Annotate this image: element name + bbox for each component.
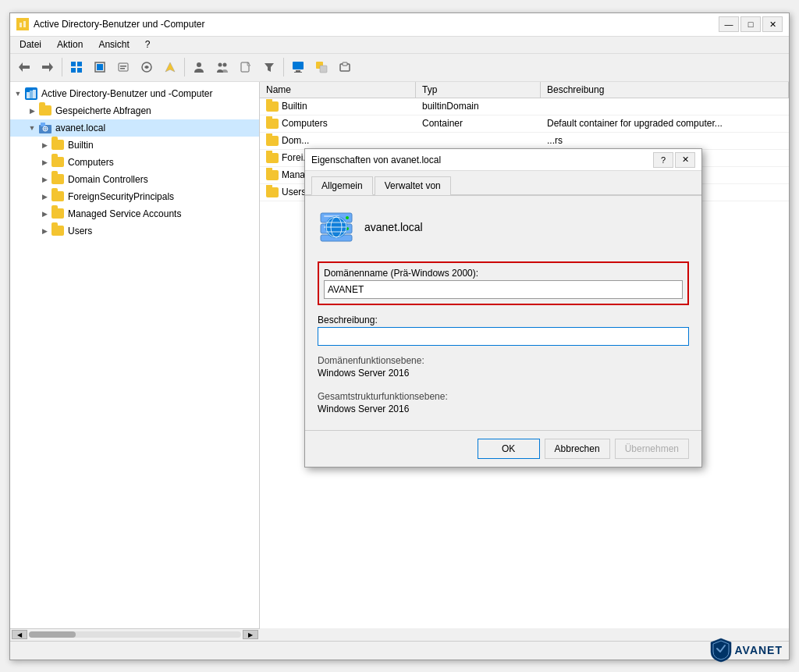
list-cell-type-1: Container [416, 116, 541, 130]
svg-point-40 [346, 216, 349, 219]
list-item[interactable]: Builtin builtinDomain [260, 98, 789, 116]
avanet-shield-icon [710, 638, 732, 663]
menu-ansicht[interactable]: Ansicht [92, 37, 135, 52]
forward-button[interactable] [37, 56, 59, 78]
svg-point-17 [223, 63, 227, 67]
toolbar-btn-4[interactable] [89, 56, 111, 78]
dialog-content: avanet.local Domänenname (Prä-Windows 20… [305, 195, 701, 430]
tree-item-dc[interactable]: ▶ Domain Controllers [10, 171, 259, 188]
apply-button[interactable]: Übernehmen [615, 439, 689, 459]
cancel-button[interactable]: Abbrechen [545, 439, 610, 459]
scroll-left-btn[interactable]: ◀ [12, 630, 27, 639]
tree-expand-gespeicherte[interactable]: ▶ [26, 107, 38, 115]
forest-func-level-group: Gesamtstrukturfunktionsebene: Windows Se… [318, 391, 689, 414]
svg-point-15 [197, 62, 201, 67]
tab-allgemein[interactable]: Allgemein [311, 176, 373, 195]
tree-root[interactable]: ▼ Active Directory-Benutzer und -Compute… [10, 85, 259, 102]
svg-rect-13 [120, 68, 125, 69]
toolbar-btn-10[interactable] [235, 56, 257, 78]
svg-marker-4 [42, 62, 53, 72]
svg-rect-27 [343, 62, 347, 66]
col-header-desc[interactable]: Beschreibung [541, 82, 789, 98]
scroll-thumb[interactable] [29, 631, 76, 638]
tree-label-computers: Computers [68, 157, 114, 168]
ok-button[interactable]: OK [478, 439, 540, 459]
tree-expand-dc[interactable]: ▶ [38, 176, 51, 183]
dialog-title: Eigenschaften von avanet.local [311, 155, 441, 165]
toolbar-btn-6[interactable] [136, 56, 158, 78]
toolbar-btn-5[interactable] [112, 56, 134, 78]
tree-item-managed[interactable]: ▶ Managed Service Accounts [10, 205, 259, 222]
list-item[interactable]: Dom... ...rs [260, 133, 789, 150]
tree-item-builtin[interactable]: ▶ Builtin [10, 137, 259, 154]
field-prewindows-container: Domänenname (Prä-Windows 2000): [318, 261, 689, 305]
toolbar-btn-9[interactable] [211, 56, 233, 78]
dialog-help-button[interactable]: ? [653, 152, 673, 168]
toolbar-btn-13[interactable] [334, 56, 356, 78]
svg-marker-3 [19, 62, 30, 72]
field-description-input[interactable] [318, 327, 689, 346]
tree-item-foreign[interactable]: ▶ ForeignSecurityPrincipals [10, 188, 259, 205]
svg-rect-1 [20, 23, 22, 27]
toolbar-btn-filter[interactable] [258, 56, 280, 78]
tree-pane[interactable]: ▼ Active Directory-Benutzer und -Compute… [10, 82, 260, 628]
tab-verwaltet[interactable]: Verwaltet von [375, 176, 451, 195]
toolbar-btn-3[interactable] [66, 56, 87, 78]
folder-icon-builtin [51, 139, 65, 151]
dialog-tabs: Allgemein Verwaltet von [305, 171, 701, 194]
toolbar-separator-2 [184, 58, 185, 76]
toolbar-separator-1 [62, 58, 62, 76]
domain-header: avanet.local [318, 208, 689, 246]
forest-func-level-value: Windows Server 2016 [318, 404, 689, 414]
dialog[interactable]: Eigenschaften von avanet.local ? ✕ Allge… [304, 148, 702, 468]
tree-expand-foreign[interactable]: ▶ [38, 193, 51, 201]
tree-expand-users[interactable]: ▶ [38, 227, 51, 235]
menu-aktion[interactable]: Aktion [51, 37, 89, 52]
app-icon [16, 18, 29, 30]
tree-expand-builtin[interactable]: ▶ [38, 141, 51, 149]
menu-datei[interactable]: Datei [13, 37, 48, 52]
tree-item-gespeicherte[interactable]: ▶ Gespeicherte Abfragen [10, 102, 259, 119]
toolbar-btn-11[interactable] [287, 56, 309, 78]
tree-item-computers[interactable]: ▶ Computers [10, 154, 259, 171]
maximize-button[interactable]: □ [740, 16, 761, 32]
menu-help[interactable]: ? [139, 37, 157, 52]
tree-item-users[interactable]: ▶ Users [10, 222, 259, 240]
close-button[interactable]: ✕ [762, 16, 783, 32]
window-title: Active Directory-Benutzer und -Computer [34, 19, 204, 30]
avanet-logo-text: AVANET [735, 644, 783, 656]
ad-root-icon [24, 87, 38, 100]
horizontal-scrollbar[interactable]: ◀ ▶ [10, 628, 260, 641]
tree-expand-managed[interactable]: ▶ [38, 210, 51, 218]
minimize-button[interactable]: — [719, 16, 739, 32]
scroll-track[interactable] [29, 631, 241, 638]
dialog-title-controls: ? ✕ [653, 152, 695, 168]
tree-expand-root[interactable]: ▼ [12, 90, 24, 98]
tree-root-label: Active Directory-Benutzer und -Computer [41, 88, 212, 99]
tree-item-avanet[interactable]: ▼ avanet.local [10, 119, 259, 137]
dialog-close-button[interactable]: ✕ [675, 152, 695, 168]
col-header-type[interactable]: Typ [416, 82, 541, 98]
menu-bar: Datei Aktion Ansicht ? [10, 37, 789, 54]
domain-big-icon [318, 208, 355, 246]
svg-rect-0 [18, 20, 27, 29]
toolbar-btn-8[interactable] [188, 56, 210, 78]
svg-marker-20 [265, 63, 274, 72]
list-item[interactable]: Computers Container Default container fo… [260, 116, 789, 133]
forest-func-level-label: Gesamtstrukturfunktionsebene: [318, 391, 689, 402]
col-header-name[interactable]: Name [260, 82, 416, 98]
dialog-footer: OK Abbrechen Übernehmen [305, 430, 701, 467]
back-button[interactable] [13, 56, 35, 78]
dialog-title-bar: Eigenschaften von avanet.local ? ✕ [305, 149, 701, 171]
domain-func-level-value: Windows Server 2016 [318, 368, 689, 379]
toolbar-btn-12[interactable] [311, 56, 332, 78]
svg-rect-8 [77, 68, 82, 73]
tree-expand-avanet[interactable]: ▼ [26, 124, 38, 132]
toolbar-btn-7[interactable] [159, 56, 181, 78]
svg-point-16 [218, 63, 222, 67]
field-prewindows-input[interactable] [324, 280, 683, 299]
tree-expand-computers[interactable]: ▶ [38, 158, 51, 166]
scroll-right-btn[interactable]: ▶ [243, 630, 258, 639]
title-bar-left: Active Directory-Benutzer und -Computer [16, 18, 204, 30]
domain-icon-avanet [38, 122, 52, 134]
